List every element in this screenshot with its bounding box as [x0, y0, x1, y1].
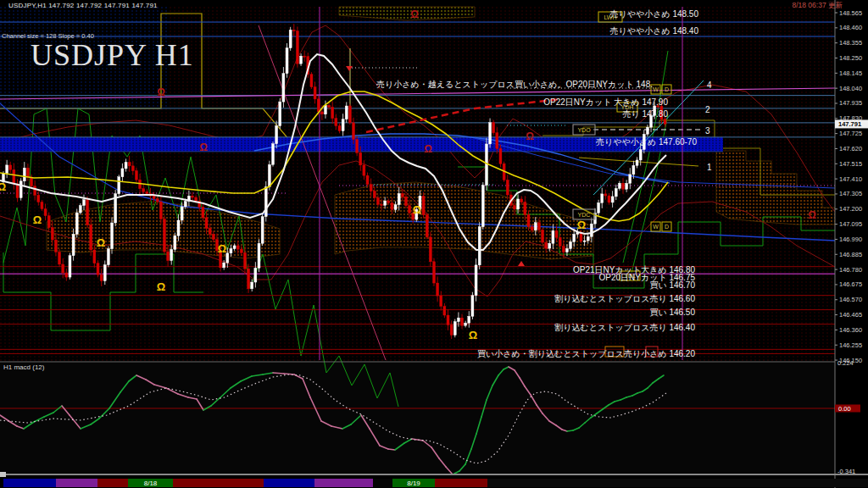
level-tag-label: YDC	[578, 212, 591, 218]
timeline-segment	[173, 479, 264, 487]
timeline-segment	[3, 479, 56, 487]
timeline-segment	[56, 479, 97, 487]
date-label: 8/19	[407, 480, 420, 487]
omega-gold-marker: Ω	[413, 203, 421, 216]
price-tick-label: 148.355	[839, 39, 862, 47]
order-annotation: OP22日NYカット 大きめ 147.90	[543, 97, 668, 107]
order-annotation: 売り 147.80	[622, 109, 668, 119]
price-tick-label: 147.410	[839, 175, 862, 183]
macd-main-line	[273, 373, 284, 374]
price-tick-label: 146.255	[839, 341, 862, 349]
omega-gold-marker: Ω	[218, 242, 226, 255]
omega-red-marker: Ω	[526, 130, 534, 142]
date-label: 8/18	[144, 480, 158, 487]
chart-canvas[interactable]: ΩΩΩΩΩΩΩΩΩΩΩΩΩΩLWHWDYDHYDOYDCWDYDL売りやや小さめ…	[0, 0, 868, 488]
omega-gold-marker: Ω	[577, 219, 586, 231]
timeline-segment	[435, 479, 487, 487]
price-chart-svg[interactable]: ΩΩΩΩΩΩΩΩΩΩΩΩΩΩLWHWDYDHYDOYDCWDYDL売りやや小さめ…	[0, 0, 868, 488]
order-annotation: 売りやや小さめ 147.60-70	[596, 137, 697, 147]
trading-terminal-window: ΩΩΩΩΩΩΩΩΩΩΩΩΩΩLWHWDYDHYDOYDCWDYDL売りやや小さめ…	[0, 0, 868, 488]
macd-max-label: 0.224	[837, 359, 854, 367]
macd-pane	[0, 363, 835, 473]
price-tick-label: 147.095	[839, 220, 862, 228]
level-tag-label: D	[665, 224, 669, 230]
count-label: 3	[705, 126, 710, 136]
omega-gold-marker: Ω	[33, 214, 42, 226]
macd-zero-label: 0.00	[838, 405, 851, 413]
timeline-bar[interactable]: 8/188/19	[3, 479, 868, 487]
order-annotation: 割り込むとストップロス売り 146.60	[554, 294, 695, 303]
price-tick-label: 147.935	[839, 99, 862, 107]
level-tag-label: D	[665, 86, 669, 92]
omega-red-marker: Ω	[157, 86, 165, 98]
omega-gold-marker: Ω	[157, 280, 165, 293]
omega-gold-marker: Ω	[0, 180, 6, 193]
omega-red-marker: Ω	[199, 141, 208, 153]
count-label: 1	[707, 163, 712, 172]
order-annotation: 売りやや小さめ 148.40	[609, 26, 698, 36]
macd-main-line	[567, 430, 573, 431]
order-annotation: 買い 146.70	[649, 280, 695, 290]
price-tick-label: 147.515	[839, 160, 862, 168]
omega-red-marker: Ω	[424, 143, 432, 155]
level-tag-label: YDO	[577, 127, 591, 133]
count-label: 2	[705, 105, 710, 114]
price-tick-label: 148.040	[839, 85, 862, 92]
order-annotation: 売り小さめ・越えるとストップロス買い小さめ。OP20日NYカット 148.	[376, 80, 653, 89]
price-tick-label: 148.460	[839, 24, 862, 31]
timeline-segment	[373, 479, 392, 487]
price-tick-label: 147.725	[839, 130, 862, 137]
price-tick-label: 146.780	[839, 266, 862, 274]
order-annotation: 買い 146.50	[649, 308, 695, 317]
macd-main-line	[388, 449, 395, 450]
price-tick-label: 148.565	[839, 9, 862, 17]
level-tag-label: W	[653, 86, 659, 92]
price-tick-label: 147.200	[839, 205, 862, 213]
current-price-label: 147.791	[838, 120, 861, 128]
price-tick-label: 146.360	[839, 326, 862, 334]
price-tick-label: 146.675	[839, 280, 862, 288]
order-annotation: 売りやや小さめ 148.50	[609, 9, 698, 19]
price-tick-label: 148.145	[839, 69, 862, 77]
price-tick-label: 146.990	[839, 236, 862, 243]
omega-red-marker: Ω	[808, 209, 816, 221]
timeline-segment	[487, 479, 868, 487]
order-annotation: 買い小さめ・割り込むとストップロス売り小さめ 146.20	[477, 349, 695, 358]
timeline-segment	[97, 479, 128, 487]
price-tick-label: 146.465	[839, 311, 862, 319]
level-tag-label: W	[653, 224, 659, 230]
price-tick-label: 147.305	[839, 190, 862, 197]
omega-red-marker: Ω	[410, 8, 419, 20]
price-tick-label: 146.570	[839, 296, 862, 303]
omega-gold-marker: Ω	[97, 236, 105, 249]
price-tick-label: 147.620	[839, 145, 862, 152]
count-label: 4	[707, 80, 712, 90]
order-annotation: 割り込むとストップロス売り 146.40	[554, 323, 695, 332]
omega-gold-marker: Ω	[469, 329, 477, 341]
price-tick-label: 146.885	[839, 251, 862, 258]
timeline-segment	[264, 479, 314, 487]
timeline-segment	[314, 479, 373, 487]
price-tick-label: 148.250	[839, 54, 862, 62]
